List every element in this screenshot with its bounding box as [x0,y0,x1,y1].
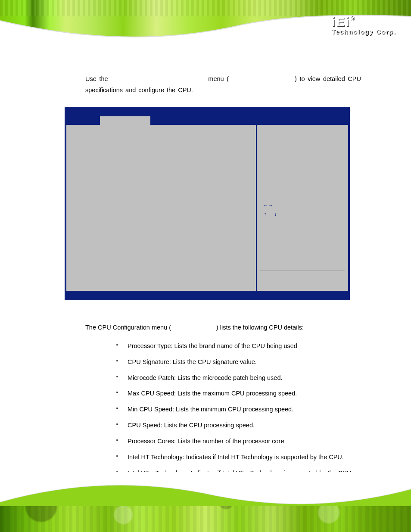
bios-tab-row [66,116,348,125]
intro-prefix: Use the [85,75,108,82]
list-item: Intel HT Technology: Indicates if Intel … [116,451,361,463]
bios-help-pane: ←→ ↑ ↓ [257,125,348,291]
bios-footer-bar [66,291,348,299]
bios-tab [221,116,258,125]
details-lead-suffix: ) lists the following CPU details: [216,324,304,331]
intro-block: Use the menu ( ) to view detailed CPU sp… [85,73,361,96]
brand-logo-text: iEi® [332,16,396,28]
details-list: Processor Type: Lists the brand name of … [85,340,361,479]
brand-name: iEi [332,15,350,29]
intro-paragraph: Use the menu ( ) to view detailed CPU sp… [85,73,361,96]
bios-main-pane [66,125,257,291]
bios-tab-active [100,116,151,125]
list-item: CPU Speed: Lists the CPU processing spee… [116,420,361,431]
registered-mark: ® [350,15,355,22]
arrow-updown-icon: ↑ ↓ [264,210,279,219]
bios-nav-arrows: ←→ ↑ ↓ [264,202,279,218]
bios-title-bar [66,109,348,116]
bios-tab [258,116,348,125]
list-item: Min CPU Speed: Lists the minimum CPU pro… [116,404,361,415]
brand-tagline: Technology Corp. [332,28,396,35]
brand-badge: iEi® Technology Corp. [332,16,396,35]
bios-help-divider [260,271,345,271]
bios-tab [151,116,221,125]
bios-tab [66,116,100,125]
list-item: Processor Type: Lists the brand name of … [116,340,361,352]
arrow-leftright-icon: ←→ [264,202,279,210]
details-lead-prefix: The CPU Configuration menu ( [85,324,171,331]
bios-screenshot-panel: ←→ ↑ ↓ [65,107,350,300]
details-lead: The CPU Configuration menu ( ) lists the… [85,324,361,331]
details-block: The CPU Configuration menu ( ) lists the… [85,324,361,483]
list-item: Microcode Patch: Lists the microcode pat… [116,372,361,384]
intro-mid: menu ( [208,75,229,82]
list-item: Max CPU Speed: Lists the maximum CPU pro… [116,388,361,399]
list-item: Processor Cores: Lists the number of the… [116,436,361,447]
list-item: CPU Signature: Lists the CPU signature v… [116,356,361,368]
bottom-banner-curve [0,472,411,506]
